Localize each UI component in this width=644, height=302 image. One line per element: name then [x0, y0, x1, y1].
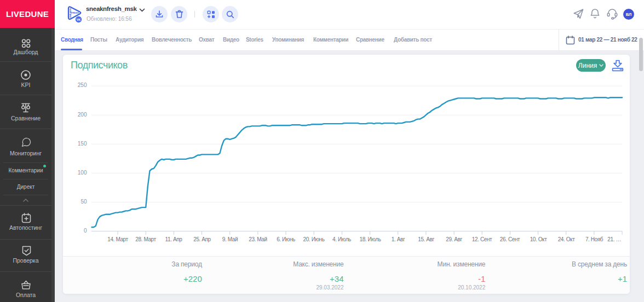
svg-text:7. Нояб: 7. Нояб [585, 236, 603, 242]
svg-text:12. Сент: 12. Сент [472, 236, 492, 242]
svg-text:29. Авг: 29. Авг [446, 236, 462, 242]
svg-text:21. …: 21. … [607, 236, 621, 242]
svg-text:VK: VK [77, 18, 81, 21]
svg-text:11. Апр: 11. Апр [165, 236, 183, 242]
svg-text:23. Май: 23. Май [249, 236, 267, 242]
svg-text:4. Июль: 4. Июль [332, 236, 351, 242]
svg-text:26. Сент: 26. Сент [500, 236, 520, 242]
svg-text:FRESH: FRESH [71, 11, 79, 14]
svg-text:0: 0 [84, 228, 87, 234]
svg-text:6. Июнь: 6. Июнь [277, 236, 295, 242]
svg-text:250: 250 [78, 82, 87, 88]
svg-text:50: 50 [81, 199, 87, 205]
svg-text:9. Май: 9. Май [222, 236, 238, 242]
svg-text:1. Авг: 1. Авг [392, 236, 405, 242]
svg-text:28. Март: 28. Март [135, 236, 156, 242]
svg-text:14. Март: 14. Март [107, 236, 128, 242]
svg-text:18. Июль: 18. Июль [360, 236, 381, 242]
svg-text:200: 200 [78, 112, 87, 118]
svg-text:25. Апр: 25. Апр [193, 236, 211, 242]
svg-text:10. Окт: 10. Окт [530, 236, 548, 242]
svg-text:20. Июнь: 20. Июнь [303, 236, 325, 242]
svg-text:100: 100 [78, 170, 87, 176]
svg-text:15. Авг: 15. Авг [418, 236, 434, 242]
svg-text:24. Окт: 24. Окт [558, 236, 576, 242]
svg-text:150: 150 [78, 141, 87, 147]
